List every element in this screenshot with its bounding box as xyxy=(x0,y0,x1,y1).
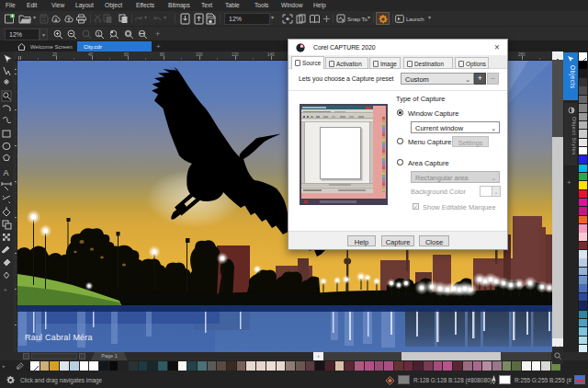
svg-text:A: A xyxy=(3,168,8,177)
svg-text:PDF: PDF xyxy=(208,16,216,20)
svg-text:+: + xyxy=(4,286,8,294)
svg-text:1: 1 xyxy=(97,31,100,37)
